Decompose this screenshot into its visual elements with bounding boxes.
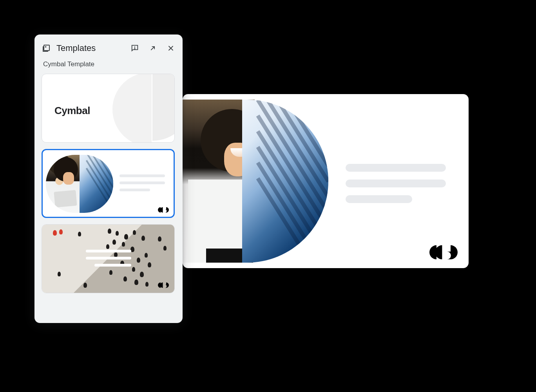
template-group-name: Cymbal Template [42, 60, 176, 68]
content-placeholder-line [120, 189, 150, 191]
svg-point-2 [134, 49, 135, 49]
template-thumb-cymbal-title[interactable]: Cymbal [42, 74, 175, 143]
content-placeholder-line [346, 195, 412, 203]
decorative-half-2 [152, 74, 175, 141]
content-placeholder-line [120, 174, 165, 177]
templates-panel: Templates Cymbal Template Cymbal [34, 34, 183, 323]
panel-header: Templates [42, 43, 176, 53]
building-photo-half-large [242, 100, 328, 263]
panel-title: Templates [56, 43, 96, 53]
cymbal-mark-icon [158, 282, 169, 288]
cymbal-wordmark: Cymbal [54, 105, 90, 117]
cymbal-mark-icon [429, 244, 458, 260]
content-placeholder-line [346, 180, 446, 187]
slide-preview [183, 94, 469, 268]
close-icon[interactable] [166, 44, 176, 53]
content-placeholder-line [120, 181, 165, 184]
svg-rect-0 [44, 45, 49, 51]
feedback-icon[interactable] [130, 44, 139, 53]
template-thumb-cymbal-photo-content[interactable] [42, 149, 175, 218]
content-placeholder-line [346, 164, 446, 172]
person-photo-half [46, 155, 80, 213]
building-photo-half [80, 155, 113, 213]
expand-icon[interactable] [148, 44, 158, 53]
decorative-half-1 [112, 74, 152, 143]
cymbal-mark-icon [158, 207, 169, 213]
templates-icon [42, 44, 51, 53]
template-thumb-cymbal-crowd[interactable] [42, 224, 175, 293]
